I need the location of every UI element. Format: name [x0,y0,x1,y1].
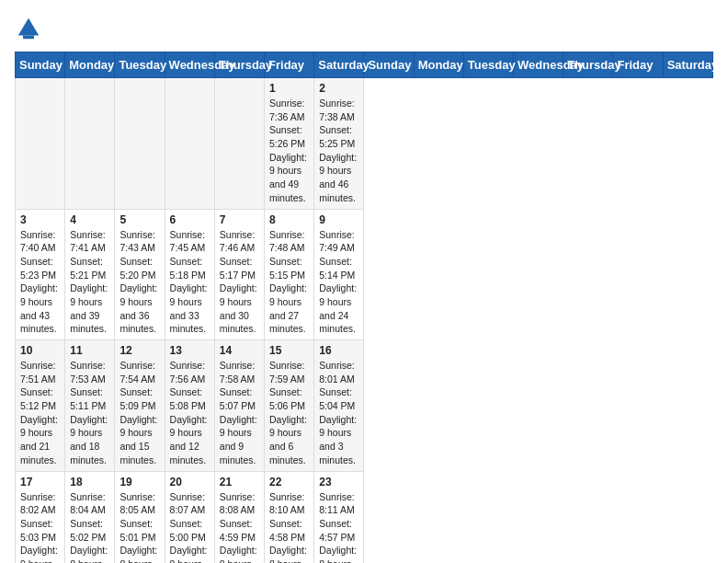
day-number: 1 [269,82,309,95]
calendar-cell: 2Sunrise: 7:38 AMSunset: 5:25 PMDaylight… [314,78,364,210]
calendar-table: SundayMondayTuesdayWednesdayThursdayFrid… [15,52,713,563]
day-info: Sunrise: 7:51 AMSunset: 5:12 PMDaylight:… [20,359,60,467]
day-header-tuesday: Tuesday [115,52,165,78]
day-info: Sunrise: 7:48 AMSunset: 5:15 PMDaylight:… [269,228,309,337]
day-info: Sunrise: 7:56 AMSunset: 5:08 PMDaylight:… [170,359,210,467]
day-info: Sunrise: 8:11 AMSunset: 4:57 PMDaylight:… [319,490,358,564]
calendar-cell: 10Sunrise: 7:51 AMSunset: 5:12 PMDayligh… [16,340,65,472]
day-number: 11 [70,344,109,357]
day-info: Sunrise: 7:43 AMSunset: 5:20 PMDaylight:… [119,228,159,337]
day-number: 22 [269,476,309,488]
calendar-cell: 19Sunrise: 8:05 AMSunset: 5:01 PMDayligh… [115,471,165,563]
day-number: 3 [20,213,60,226]
day-number: 20 [170,476,210,488]
calendar-cell: 7Sunrise: 7:46 AMSunset: 5:17 PMDaylight… [214,209,264,340]
week-row-3: 10Sunrise: 7:51 AMSunset: 5:12 PMDayligh… [16,340,713,472]
day-number: 7 [220,213,259,226]
day-number: 8 [269,213,309,226]
day-number: 18 [70,476,109,488]
day-info: Sunrise: 7:58 AMSunset: 5:07 PMDaylight:… [220,359,259,467]
calendar-cell: 6Sunrise: 7:45 AMSunset: 5:18 PMDaylight… [165,209,214,340]
calendar-cell: 3Sunrise: 7:40 AMSunset: 5:23 PMDaylight… [16,209,65,340]
calendar-cell: 20Sunrise: 8:07 AMSunset: 5:00 PMDayligh… [165,471,214,563]
day-info: Sunrise: 7:59 AMSunset: 5:06 PMDaylight:… [269,359,309,467]
day-number: 16 [319,344,358,357]
calendar-cell: 1Sunrise: 7:36 AMSunset: 5:26 PMDaylight… [265,78,314,210]
day-info: Sunrise: 7:53 AMSunset: 5:11 PMDaylight:… [70,359,109,467]
day-header-sunday: Sunday [364,52,414,78]
svg-rect-1 [23,36,34,40]
week-row-4: 17Sunrise: 8:02 AMSunset: 5:03 PMDayligh… [16,471,713,563]
day-header-tuesday: Tuesday [463,52,513,78]
day-info: Sunrise: 8:01 AMSunset: 5:04 PMDaylight:… [319,359,358,467]
day-info: Sunrise: 7:49 AMSunset: 5:14 PMDaylight:… [319,228,358,337]
day-header-saturday: Saturday [663,52,712,78]
day-header-thursday: Thursday [214,52,264,78]
day-number: 17 [20,476,60,488]
day-info: Sunrise: 8:05 AMSunset: 5:01 PMDaylight:… [119,490,159,564]
svg-marker-0 [18,18,40,36]
day-number: 23 [319,476,358,488]
logo [15,15,46,42]
day-number: 13 [170,344,210,357]
day-info: Sunrise: 8:02 AMSunset: 5:03 PMDaylight:… [20,490,60,564]
day-header-monday: Monday [414,52,463,78]
calendar-cell: 23Sunrise: 8:11 AMSunset: 4:57 PMDayligh… [314,471,364,563]
day-info: Sunrise: 8:10 AMSunset: 4:58 PMDaylight:… [269,490,309,564]
day-number: 14 [220,344,259,357]
calendar-cell: 21Sunrise: 8:08 AMSunset: 4:59 PMDayligh… [214,471,264,563]
logo-icon [15,15,42,42]
calendar-cell: 5Sunrise: 7:43 AMSunset: 5:20 PMDaylight… [115,209,165,340]
calendar-cell: 4Sunrise: 7:41 AMSunset: 5:21 PMDaylight… [65,209,115,340]
day-header-wednesday: Wednesday [165,52,214,78]
calendar-cell [16,78,65,210]
day-header-thursday: Thursday [563,52,613,78]
day-number: 2 [319,82,358,95]
week-row-1: 1Sunrise: 7:36 AMSunset: 5:26 PMDaylight… [16,78,713,210]
day-info: Sunrise: 7:41 AMSunset: 5:21 PMDaylight:… [70,228,109,337]
day-number: 15 [269,344,309,357]
day-info: Sunrise: 7:36 AMSunset: 5:26 PMDaylight:… [269,97,309,205]
day-info: Sunrise: 8:04 AMSunset: 5:02 PMDaylight:… [70,490,109,564]
calendar-cell: 14Sunrise: 7:58 AMSunset: 5:07 PMDayligh… [214,340,264,472]
day-header-sunday: Sunday [16,52,65,78]
calendar-header-row: SundayMondayTuesdayWednesdayThursdayFrid… [16,52,713,78]
calendar-cell: 16Sunrise: 8:01 AMSunset: 5:04 PMDayligh… [314,340,364,472]
page-header [15,15,713,42]
calendar-cell: 18Sunrise: 8:04 AMSunset: 5:02 PMDayligh… [65,471,115,563]
calendar-cell [214,78,264,210]
day-info: Sunrise: 7:45 AMSunset: 5:18 PMDaylight:… [170,228,210,337]
week-row-2: 3Sunrise: 7:40 AMSunset: 5:23 PMDaylight… [16,209,713,340]
day-header-monday: Monday [65,52,115,78]
day-header-wednesday: Wednesday [514,52,563,78]
day-number: 10 [20,344,60,357]
day-info: Sunrise: 7:54 AMSunset: 5:09 PMDaylight:… [119,359,159,467]
calendar-cell: 17Sunrise: 8:02 AMSunset: 5:03 PMDayligh… [16,471,65,563]
calendar-cell [165,78,214,210]
day-info: Sunrise: 8:08 AMSunset: 4:59 PMDaylight:… [220,490,259,564]
day-info: Sunrise: 7:38 AMSunset: 5:25 PMDaylight:… [319,97,358,205]
day-info: Sunrise: 7:46 AMSunset: 5:17 PMDaylight:… [220,228,259,337]
day-number: 12 [119,344,159,357]
calendar-cell [115,78,165,210]
calendar-cell: 13Sunrise: 7:56 AMSunset: 5:08 PMDayligh… [165,340,214,472]
day-number: 21 [220,476,259,488]
day-number: 19 [119,476,159,488]
calendar-cell: 8Sunrise: 7:48 AMSunset: 5:15 PMDaylight… [265,209,314,340]
calendar-cell: 22Sunrise: 8:10 AMSunset: 4:58 PMDayligh… [265,471,314,563]
day-number: 4 [70,213,109,226]
calendar-cell: 15Sunrise: 7:59 AMSunset: 5:06 PMDayligh… [265,340,314,472]
calendar-cell [65,78,115,210]
day-header-friday: Friday [613,52,663,78]
day-info: Sunrise: 8:07 AMSunset: 5:00 PMDaylight:… [170,490,210,564]
calendar-cell: 9Sunrise: 7:49 AMSunset: 5:14 PMDaylight… [314,209,364,340]
day-info: Sunrise: 7:40 AMSunset: 5:23 PMDaylight:… [20,228,60,337]
day-number: 9 [319,213,358,226]
day-header-friday: Friday [265,52,314,78]
day-header-saturday: Saturday [314,52,364,78]
day-number: 6 [170,213,210,226]
calendar-cell: 12Sunrise: 7:54 AMSunset: 5:09 PMDayligh… [115,340,165,472]
calendar-cell: 11Sunrise: 7:53 AMSunset: 5:11 PMDayligh… [65,340,115,472]
day-number: 5 [119,213,159,226]
